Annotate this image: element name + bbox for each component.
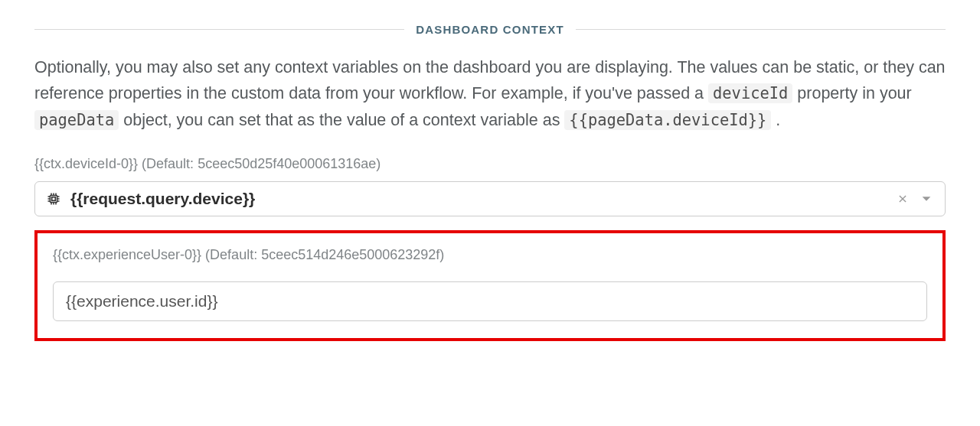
divider-left bbox=[34, 29, 404, 30]
desc-part-2: property in your bbox=[797, 84, 911, 102]
device-select-value: {{request.query.device}} bbox=[70, 190, 896, 208]
dashboard-context-header: DASHBOARD CONTEXT bbox=[34, 23, 946, 36]
code-deviceid: deviceId bbox=[708, 83, 792, 103]
chip-icon bbox=[46, 191, 61, 206]
experience-user-input[interactable] bbox=[53, 281, 927, 321]
device-field-group: {{ctx.deviceId-0}} (Default: 5ceec50d25f… bbox=[34, 156, 946, 216]
experience-user-field-label: {{ctx.experienceUser-0}} (Default: 5ceec… bbox=[53, 247, 927, 263]
device-select[interactable]: {{request.query.device}} bbox=[34, 181, 946, 216]
device-field-label: {{ctx.deviceId-0}} (Default: 5ceec50d25f… bbox=[34, 156, 946, 172]
highlighted-field-box: {{ctx.experienceUser-0}} (Default: 5ceec… bbox=[34, 230, 946, 341]
svg-rect-0 bbox=[51, 196, 57, 203]
code-pagedata: pageData bbox=[34, 110, 119, 130]
desc-part-4: object, you can set that as the value of… bbox=[123, 111, 564, 129]
section-title: DASHBOARD CONTEXT bbox=[416, 23, 564, 36]
section-description: Optionally, you may also set any context… bbox=[34, 54, 946, 133]
chevron-down-icon[interactable] bbox=[919, 191, 934, 206]
code-template-expr: {{pageData.deviceId}} bbox=[564, 110, 771, 130]
clear-icon[interactable] bbox=[896, 192, 910, 206]
svg-rect-1 bbox=[52, 197, 56, 201]
desc-part-6: . bbox=[776, 111, 780, 129]
divider-right bbox=[576, 29, 946, 30]
